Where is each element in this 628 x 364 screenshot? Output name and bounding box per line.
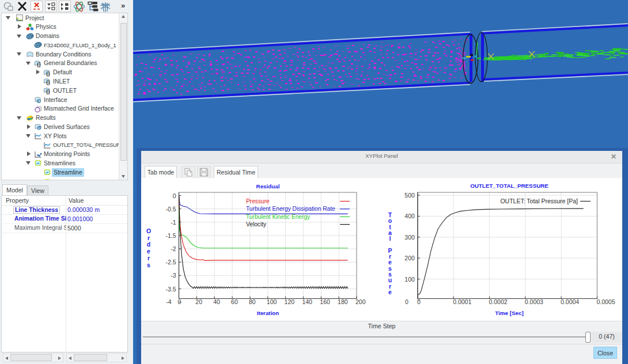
svg-text:OUTLET: Total Pressure [Pa]: OUTLET: Total Pressure [Pa]	[500, 198, 578, 204]
svg-text:-1: -1	[171, 219, 176, 226]
svg-text:Pressure: Pressure	[246, 198, 270, 204]
svg-text:d: d	[147, 241, 150, 248]
svg-text:-3.5: -3.5	[165, 286, 176, 293]
svg-text:-0.5: -0.5	[165, 206, 176, 213]
svg-text:Iteration: Iteration	[257, 310, 279, 316]
svg-text:0: 0	[417, 298, 421, 305]
svg-text:Residual: Residual	[256, 183, 280, 189]
svg-text:(): ()	[46, 70, 50, 76]
svg-text:-1.5: -1.5	[165, 232, 176, 239]
svg-text:l: l	[389, 235, 391, 242]
svg-text:OUTLET_TOTAL_PRESSURE: OUTLET_TOTAL_PRESSURE	[470, 183, 548, 189]
svg-text:Velocity: Velocity	[246, 221, 267, 227]
svg-text:Turbulent Kinetic Energy: Turbulent Kinetic Energy	[246, 214, 311, 220]
svg-text:300: 300	[404, 234, 415, 241]
svg-text:0.0002: 0.0002	[489, 298, 508, 305]
svg-text:0: 0	[405, 298, 408, 305]
svg-text:140: 140	[302, 298, 312, 305]
svg-text:0.0003: 0.0003	[525, 298, 543, 305]
svg-text:-2: -2	[171, 245, 176, 252]
svg-text:(): ()	[37, 62, 41, 67]
svg-text:-3: -3	[171, 272, 176, 279]
svg-text:60: 60	[231, 298, 238, 305]
svg-text:0.0004: 0.0004	[561, 298, 579, 305]
svg-text:200: 200	[404, 255, 415, 261]
svg-text:400: 400	[404, 213, 415, 219]
svg-text:r: r	[147, 255, 150, 261]
svg-text:20: 20	[195, 298, 202, 305]
svg-text:e: e	[388, 289, 392, 295]
svg-text:120: 120	[285, 298, 295, 305]
svg-text:r: r	[147, 234, 150, 241]
svg-text:Time [Sec]: Time [Sec]	[495, 310, 523, 316]
svg-text:160: 160	[320, 298, 330, 305]
svg-text:-2.5: -2.5	[165, 259, 176, 266]
svg-text:O: O	[146, 227, 151, 234]
svg-text:(): ()	[46, 79, 50, 85]
svg-text:40: 40	[213, 298, 220, 305]
svg-text:80: 80	[249, 298, 256, 305]
svg-text:0: 0	[173, 192, 176, 199]
svg-text:-4: -4	[166, 298, 171, 305]
svg-text:0.0001: 0.0001	[453, 298, 471, 305]
svg-text:(): ()	[46, 89, 50, 94]
svg-text:200: 200	[355, 298, 366, 305]
svg-text:100: 100	[404, 276, 415, 283]
svg-text:s: s	[147, 261, 150, 268]
svg-text:100: 100	[267, 298, 277, 305]
svg-text:e: e	[147, 248, 150, 255]
svg-text:0.0005: 0.0005	[596, 298, 615, 305]
svg-text:180: 180	[338, 298, 348, 305]
svg-text:500: 500	[404, 192, 415, 199]
svg-text:Turbulent Energy Dissipation R: Turbulent Energy Dissipation Rate	[246, 206, 335, 212]
svg-text:0: 0	[178, 298, 181, 305]
